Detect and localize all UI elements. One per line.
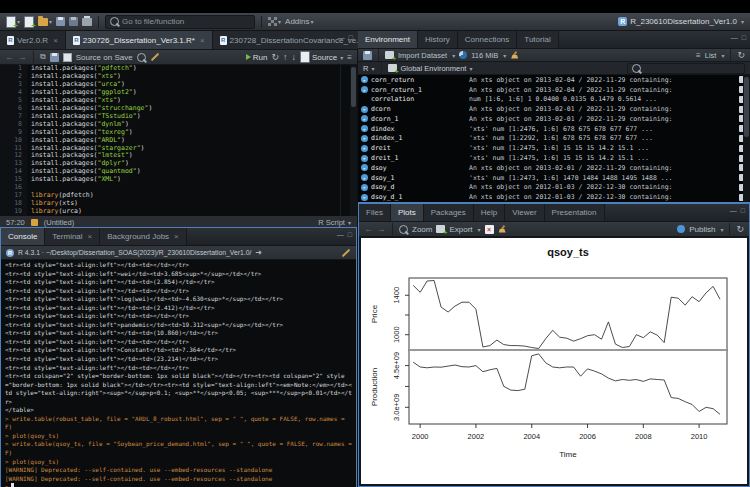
refresh-plot-button[interactable]: ↻ — [736, 225, 744, 233]
nav-forward-button[interactable]: → — [18, 53, 27, 61]
environment-row[interactable]: ▸corn_returnAn xts object on 2013-02-04 … — [358, 75, 750, 85]
minimize-pane-icon[interactable]: — — [730, 207, 737, 214]
previous-plot-button[interactable]: ← — [364, 225, 373, 233]
environment-row[interactable]: ▸dreit'xts' num [1:2475, 1:6] 15 15 15 1… — [358, 143, 750, 153]
code-editor[interactable]: 1install.packages("pdfetch")2install.pac… — [0, 65, 357, 216]
remove-plot-button[interactable]: × — [485, 225, 494, 234]
clear-plots-button[interactable] — [498, 225, 507, 234]
environment-row[interactable]: ▸correlationnum [1:6, 1:6] 1 0.0400 0.01… — [358, 95, 750, 105]
console-tab-terminal[interactable]: Terminal× — [45, 228, 100, 245]
doc-type-selector[interactable]: R Script ▾ — [318, 218, 351, 227]
maximize-pane-icon[interactable]: □ — [349, 34, 353, 41]
refresh-environment-button[interactable]: ↻ — [737, 51, 745, 59]
environment-search-input[interactable] — [627, 63, 745, 74]
console-options-icon[interactable] — [341, 252, 351, 254]
env-tab-tutorial[interactable]: Tutorial — [517, 31, 558, 48]
next-plot-button[interactable]: → — [377, 225, 386, 233]
expand-object-icon[interactable]: ▸ — [361, 164, 368, 171]
export-label[interactable]: Export — [449, 225, 472, 234]
expand-object-icon[interactable]: ▸ — [361, 145, 368, 152]
console-output[interactable]: <tr><td style="text-align:left"></td><td… — [1, 260, 356, 487]
editor-tab-230726-dissertation-ver3-1-r-[interactable]: R230726_Dissertation_Ver3.1.R*× — [66, 31, 213, 49]
maximize-pane-icon[interactable]: □ — [741, 207, 745, 214]
expand-object-icon[interactable]: ▸ — [361, 135, 368, 142]
env-tab-history[interactable]: History — [418, 31, 458, 48]
memory-usage-button[interactable] — [459, 51, 467, 59]
editor-tab-ver2-0-r[interactable]: RVer2.0.R× — [0, 31, 66, 49]
zoom-plot-button[interactable] — [399, 225, 408, 234]
environment-row[interactable]: ▸dsoy_1'xts' num [1:2473, 1:6] 1470 1484… — [358, 173, 750, 183]
env-tab-environment[interactable]: Environment — [358, 31, 418, 48]
publish-label[interactable]: Publish — [689, 225, 715, 234]
environment-row[interactable]: ▸dindex_1'xts' num [1:2292, 1:6] 678 675… — [358, 134, 750, 144]
editor-scrollbar[interactable] — [350, 65, 357, 216]
expand-object-icon[interactable]: ▸ — [361, 184, 368, 191]
source-on-save-checkbox[interactable] — [63, 53, 72, 62]
environment-scrollbar-thumb[interactable] — [744, 77, 749, 137]
close-icon[interactable]: × — [174, 232, 179, 241]
import-dataset-button[interactable] — [385, 51, 394, 59]
maximize-pane-icon[interactable]: □ — [742, 34, 746, 41]
memory-usage-label[interactable]: 116 MiB — [471, 51, 498, 60]
expand-object-icon[interactable]: ▸ — [361, 194, 368, 201]
global-environment-selector[interactable]: Global Environment ▾ — [401, 64, 473, 73]
run-button[interactable]: Run — [246, 53, 268, 62]
import-dataset-label[interactable]: Import Dataset — [398, 51, 447, 60]
save-button[interactable] — [56, 17, 65, 26]
source-button[interactable]: Source▾ — [300, 51, 343, 63]
expand-object-icon[interactable]: ▸ — [361, 86, 368, 93]
pane-layout-button[interactable]: ▾ — [268, 17, 281, 26]
plots-tab-files[interactable]: Files — [359, 204, 391, 221]
nav-back-button[interactable]: ← — [5, 53, 14, 61]
environment-row[interactable]: ▸corn_return_1An xts object on 2013-02-0… — [358, 85, 750, 95]
plots-tab-help[interactable]: Help — [474, 204, 505, 221]
expand-object-icon[interactable]: ▸ — [361, 125, 368, 132]
environment-row[interactable]: ▸dcornAn xts object on 2013-02-01 / 2022… — [358, 104, 750, 114]
addins-button[interactable]: Addins▾ — [285, 17, 313, 26]
environment-row[interactable]: ▸dreit_1'xts' num [1:2475, 1:6] 15 15 15… — [358, 153, 750, 163]
chunk-nav-button[interactable] — [31, 219, 38, 226]
print-button[interactable] — [82, 18, 92, 26]
chunk-label[interactable]: (Untitled) — [44, 218, 74, 227]
environment-row[interactable]: ▸dsoy_d_1An xts object on 2012-01-03 / 2… — [358, 192, 750, 202]
language-selector[interactable]: R ▾ — [363, 64, 375, 73]
popout-button[interactable]: ⧉ — [40, 52, 46, 62]
plots-tab-presentation[interactable]: Presentation — [545, 204, 605, 221]
source-caret[interactable]: ▾ — [340, 54, 343, 61]
expand-object-icon[interactable]: ▸ — [361, 115, 368, 122]
environment-row[interactable]: ▸dcorn_1An xts object on 2013-02-01 / 20… — [358, 114, 750, 124]
save-all-button[interactable] — [69, 17, 78, 26]
plots-tab-packages[interactable]: Packages — [424, 204, 474, 221]
maximize-pane-icon[interactable]: □ — [348, 231, 352, 238]
goto-file-function-input[interactable]: Go to file/function — [105, 15, 255, 29]
close-icon[interactable]: × — [53, 36, 58, 45]
new-project-button[interactable] — [24, 16, 34, 28]
env-tab-connections[interactable]: Connections — [458, 31, 517, 48]
expand-object-icon[interactable]: ▸ — [361, 76, 368, 83]
open-caret[interactable]: ▾ — [49, 18, 52, 25]
environment-row[interactable]: ▸dsoy_dAn xts object on 2012-01-03 / 202… — [358, 182, 750, 192]
expand-object-icon[interactable]: ▸ — [361, 174, 368, 181]
open-file-button[interactable]: ▾ — [38, 18, 52, 26]
publish-button[interactable] — [677, 225, 685, 233]
pane-layout-caret[interactable]: ▾ — [278, 18, 281, 25]
run-previous-button[interactable]: ↑ — [283, 53, 288, 61]
load-workspace-button[interactable] — [363, 51, 372, 60]
plots-tab-viewer[interactable]: Viewer — [505, 204, 544, 221]
environment-row[interactable]: ▸dsoyAn xts object on 2013-02-01 / 2022-… — [358, 163, 750, 173]
new-file-button[interactable]: ▾ — [6, 16, 20, 28]
editor-scrollbar-thumb[interactable] — [351, 67, 356, 107]
find-replace-button[interactable] — [137, 53, 146, 62]
environment-row[interactable]: ▸dindex'xts' num [1:2476, 1:6] 678 675 6… — [358, 124, 750, 134]
save-doc-button[interactable] — [50, 53, 59, 62]
expand-object-icon[interactable]: ▸ — [361, 155, 368, 162]
close-icon[interactable]: × — [200, 36, 205, 45]
clear-environment-button[interactable] — [510, 51, 519, 60]
run-next-button[interactable]: ↓ — [291, 53, 296, 61]
close-icon[interactable]: × — [88, 232, 93, 241]
list-view-button[interactable]: ≡ — [696, 51, 701, 60]
minimize-pane-icon[interactable]: — — [731, 34, 738, 41]
minimize-pane-icon[interactable]: — — [337, 231, 344, 238]
code-tools-button[interactable] — [150, 56, 160, 58]
open-working-dir-icon[interactable]: ➜ — [255, 248, 262, 257]
